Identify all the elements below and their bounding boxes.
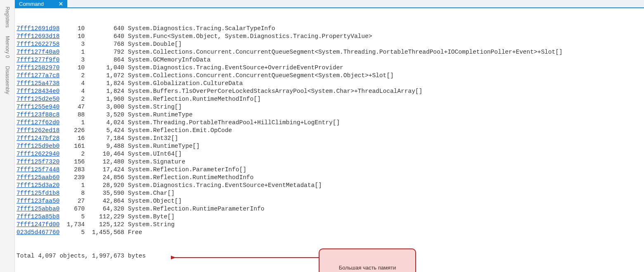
type-name: System.Diagnostics.Tracing.ScalarTypeInf… [124,25,275,32]
close-icon[interactable]: ✕ [59,1,63,7]
address-link[interactable]: 7fff125aab60 [17,174,59,182]
heap-row: 7fff125a4738 4 1,824 System.Globalizatio… [17,80,642,88]
total-size: 112,229 [88,213,124,221]
total-size: 28,920 [88,182,124,189]
side-tab-memory[interactable]: Memory 0 [5,32,10,62]
type-name: System.Byte[] [124,213,175,220]
heap-row: 7fff125f7448 283 17,424 System.Reflectio… [17,166,642,174]
address-link[interactable]: 7fff12691d98 [17,25,59,33]
object-count: 2 [63,72,85,80]
type-name: System.RuntimeType [124,111,192,118]
total-size: 17,424 [88,166,124,174]
address-link[interactable]: 7fff1247bf28 [17,135,59,142]
total-size: 5,424 [88,127,124,135]
object-count: 1,734 [63,221,85,229]
type-name: System.Threading.PortableThreadPool+Hill… [124,119,340,126]
total-size: 640 [88,33,124,40]
type-name: System.Collections.Concurrent.Concurrent… [124,72,394,79]
address-link[interactable]: 7fff125f7448 [17,166,59,174]
heap-row: 7fff12622758 3 768 System.Double[] [17,40,642,48]
object-count: 1 [63,182,85,189]
command-output: 7fff12691d98 10 640 System.Diagnostics.T… [15,8,644,272]
object-count: 161 [63,142,85,150]
side-tab-registers[interactable]: Registers [5,2,10,32]
heap-row: 7fff125d9eb0 161 9,488 System.RuntimeTyp… [17,142,642,150]
address-link[interactable]: 7fff125a85b8 [17,213,59,221]
heap-row: 7fff125d2e50 2 1,960 System.Reflection.R… [17,95,642,103]
object-count: 2 [63,95,85,103]
object-count: 27 [63,197,85,205]
type-name: System.Int32[] [124,135,178,142]
total-size: 1,824 [88,80,124,88]
object-count: 283 [63,166,85,174]
type-name: System.Reflection.ParameterInfo[] [124,166,246,173]
heap-row: 7fff12691d98 10 640 System.Diagnostics.T… [17,25,642,33]
heap-row: 7fff127f40a0 1 792 System.Collections.Co… [17,48,642,56]
object-count: 8 [63,189,85,197]
object-count: 10 [63,33,85,40]
address-link[interactable]: 7fff1247fd00 [17,221,59,229]
total-size: 864 [88,56,124,64]
address-link[interactable]: 7fff125d3a20 [17,182,59,189]
side-tab-strip: Registers Memory 0 Disassembly [0,0,15,272]
address-link[interactable]: 7fff12693d18 [17,33,59,40]
object-count: 47 [63,103,85,111]
heap-row: 7fff1247bf28 16 7,184 System.Int32[] [17,135,642,142]
address-link[interactable]: 7fff128434e0 [17,88,59,95]
total-size: 792 [88,48,124,56]
heap-row: 7fff125aab60 239 24,856 System.Reflectio… [17,174,642,182]
total-size: 10,464 [88,150,124,158]
total-size: 7,184 [88,135,124,142]
total-size: 1,455,568 [88,229,124,237]
address-link[interactable]: 7fff125d2e50 [17,95,59,103]
address-link[interactable]: 7fff125fd1b8 [17,189,59,197]
type-name: System.String[] [124,104,182,110]
address-link[interactable]: 7fff123faa50 [17,197,59,205]
type-name: System.Double[] [124,41,182,47]
annotation-line1: Большая часть памяти [323,265,412,271]
address-link[interactable]: 7fff125abba0 [17,205,59,213]
heap-row: 7fff1247fd00 1,734 125,122 System.String [17,221,642,229]
address-link[interactable]: 7fff1262ed18 [17,127,59,135]
type-name: System.String [124,221,175,228]
heap-row: 7fff12693d18 10 640 System.Func<System.O… [17,33,642,40]
type-name: System.Reflection.RuntimeMethodInfo[] [124,96,261,102]
total-size: 9,488 [88,142,124,150]
address-link[interactable]: 7fff12622940 [17,150,59,158]
address-link[interactable]: 023d5d467760 [17,229,59,237]
object-count: 1 [63,48,85,56]
side-tab-disassembly[interactable]: Disassembly [5,62,10,98]
heap-row: 7fff123faa50 27 42,864 System.Object[] [17,197,642,205]
type-name: System.Reflection.RuntimeParameterInfo [124,206,264,212]
address-link[interactable]: 7fff125f7320 [17,158,59,166]
address-link[interactable]: 7fff123f88c8 [17,111,59,119]
address-link[interactable]: 7fff12582970 [17,64,59,72]
total-size: 3,000 [88,103,124,111]
address-link[interactable]: 7fff127f40a0 [17,48,59,56]
address-link[interactable]: 7fff1277f9f0 [17,56,59,64]
heap-row: 7fff12582970 10 1,040 System.Diagnostics… [17,64,642,72]
object-count: 239 [63,174,85,182]
object-count: 3 [63,56,85,64]
type-name: System.UInt64[] [124,151,182,157]
type-name: System.Reflection.Emit.OpCode [124,127,232,134]
address-link[interactable]: 7fff125d9eb0 [17,142,59,150]
heap-row: 7fff1262ed18 226 5,424 System.Reflection… [17,127,642,135]
object-count: 156 [63,158,85,166]
object-count: 3 [63,40,85,48]
tab-command[interactable]: Command ✕ [15,0,67,7]
address-link[interactable]: 7fff1277a7c8 [17,72,59,80]
address-link[interactable]: 7fff125a4738 [17,80,59,88]
type-name: System.Signature [124,158,185,165]
total-size: 1,824 [88,88,124,95]
type-name: System.Object[] [124,198,182,204]
address-link[interactable]: 7fff1255e940 [17,103,59,111]
total-size: 640 [88,25,124,33]
total-size: 768 [88,40,124,48]
object-count: 88 [63,111,85,119]
type-name: System.Collections.Concurrent.Concurrent… [124,49,563,55]
heap-row: 7fff125fd1b8 8 35,590 System.Char[] [17,189,642,197]
address-link[interactable]: 7fff12622758 [17,40,59,48]
address-link[interactable]: 7fff127f62d0 [17,119,59,127]
heap-row: 7fff1277f9f0 3 864 System.GCMemoryInfoDa… [17,56,642,64]
